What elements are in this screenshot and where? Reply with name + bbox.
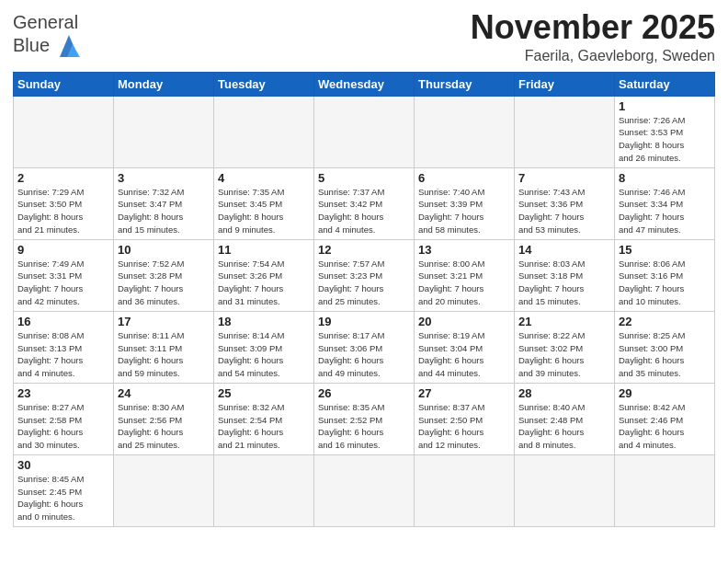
calendar-cell: 14Sunrise: 8:03 AM Sunset: 3:18 PM Dayli…	[515, 239, 615, 311]
day-info: Sunrise: 8:40 AM Sunset: 2:48 PM Dayligh…	[518, 401, 610, 452]
day-info: Sunrise: 8:19 AM Sunset: 3:04 PM Dayligh…	[418, 329, 510, 380]
calendar-cell: 3Sunrise: 7:32 AM Sunset: 3:47 PM Daylig…	[114, 167, 214, 239]
calendar-cell	[515, 96, 615, 167]
day-number: 14	[518, 243, 610, 257]
day-number: 4	[218, 171, 310, 185]
day-number: 13	[418, 243, 510, 257]
calendar-cell: 24Sunrise: 8:30 AM Sunset: 2:56 PM Dayli…	[114, 383, 214, 454]
day-info: Sunrise: 8:42 AM Sunset: 2:46 PM Dayligh…	[619, 401, 711, 452]
calendar-cell: 21Sunrise: 8:22 AM Sunset: 3:02 PM Dayli…	[515, 311, 615, 383]
calendar-cell	[114, 96, 214, 167]
calendar-cell: 12Sunrise: 7:57 AM Sunset: 3:23 PM Dayli…	[314, 239, 415, 311]
calendar-cell: 28Sunrise: 8:40 AM Sunset: 2:48 PM Dayli…	[515, 383, 615, 454]
calendar-cell: 9Sunrise: 7:49 AM Sunset: 3:31 PM Daylig…	[14, 239, 114, 311]
calendar-cell: 22Sunrise: 8:25 AM Sunset: 3:00 PM Dayli…	[615, 311, 715, 383]
calendar-cell: 16Sunrise: 8:08 AM Sunset: 3:13 PM Dayli…	[14, 311, 114, 383]
calendar-cell	[314, 454, 415, 526]
weekday-header-thursday: Thursday	[415, 72, 515, 96]
day-number: 10	[118, 243, 210, 257]
day-info: Sunrise: 7:52 AM Sunset: 3:28 PM Dayligh…	[118, 258, 210, 308]
day-number: 30	[17, 458, 109, 472]
title-area: November 2025 Faerila, Gaevleborg, Swede…	[471, 9, 715, 64]
day-info: Sunrise: 8:06 AM Sunset: 3:16 PM Dayligh…	[619, 258, 711, 308]
weekday-header-monday: Monday	[114, 72, 214, 96]
calendar-cell: 8Sunrise: 7:46 AM Sunset: 3:34 PM Daylig…	[615, 167, 715, 239]
calendar-cell: 2Sunrise: 7:29 AM Sunset: 3:50 PM Daylig…	[14, 167, 114, 239]
calendar-cell: 13Sunrise: 8:00 AM Sunset: 3:21 PM Dayli…	[415, 239, 515, 311]
day-info: Sunrise: 7:49 AM Sunset: 3:31 PM Dayligh…	[17, 258, 109, 308]
day-info: Sunrise: 8:03 AM Sunset: 3:18 PM Dayligh…	[518, 258, 610, 308]
calendar-week-row: 23Sunrise: 8:27 AM Sunset: 2:58 PM Dayli…	[14, 383, 715, 454]
calendar-week-row: 16Sunrise: 8:08 AM Sunset: 3:13 PM Dayli…	[14, 311, 715, 383]
calendar-cell	[214, 454, 314, 526]
day-info: Sunrise: 8:11 AM Sunset: 3:11 PM Dayligh…	[118, 329, 210, 380]
weekday-header-tuesday: Tuesday	[214, 72, 314, 96]
calendar-cell: 7Sunrise: 7:43 AM Sunset: 3:36 PM Daylig…	[515, 167, 615, 239]
day-number: 23	[17, 386, 109, 400]
day-number: 8	[619, 171, 711, 185]
day-info: Sunrise: 7:46 AM Sunset: 3:34 PM Dayligh…	[619, 186, 711, 236]
calendar-cell: 19Sunrise: 8:17 AM Sunset: 3:06 PM Dayli…	[314, 311, 415, 383]
calendar-cell	[415, 454, 515, 526]
calendar-cell: 4Sunrise: 7:35 AM Sunset: 3:45 PM Daylig…	[214, 167, 314, 239]
day-number: 15	[619, 243, 711, 257]
day-info: Sunrise: 8:27 AM Sunset: 2:58 PM Dayligh…	[17, 401, 109, 452]
day-info: Sunrise: 7:40 AM Sunset: 3:39 PM Dayligh…	[418, 186, 510, 236]
day-info: Sunrise: 8:22 AM Sunset: 3:02 PM Dayligh…	[518, 329, 610, 380]
calendar-cell: 25Sunrise: 8:32 AM Sunset: 2:54 PM Dayli…	[214, 383, 314, 454]
day-number: 18	[218, 315, 310, 328]
calendar-cell: 5Sunrise: 7:37 AM Sunset: 3:42 PM Daylig…	[314, 167, 415, 239]
calendar-cell	[14, 96, 114, 167]
day-number: 3	[118, 171, 210, 185]
weekday-header-saturday: Saturday	[615, 72, 715, 96]
page: General Blue November 2025 Faerila, Gaev…	[0, 0, 728, 540]
day-info: Sunrise: 7:29 AM Sunset: 3:50 PM Dayligh…	[17, 186, 109, 236]
calendar-cell: 15Sunrise: 8:06 AM Sunset: 3:16 PM Dayli…	[615, 239, 715, 311]
day-info: Sunrise: 7:35 AM Sunset: 3:45 PM Dayligh…	[218, 186, 310, 236]
calendar-cell	[314, 96, 415, 167]
calendar-cell: 1Sunrise: 7:26 AM Sunset: 3:53 PM Daylig…	[615, 96, 715, 167]
day-info: Sunrise: 7:32 AM Sunset: 3:47 PM Dayligh…	[118, 186, 210, 236]
calendar-table: SundayMondayTuesdayWednesdayThursdayFrid…	[13, 72, 715, 527]
day-number: 29	[619, 386, 711, 400]
day-info: Sunrise: 8:08 AM Sunset: 3:13 PM Dayligh…	[17, 329, 109, 380]
day-number: 20	[418, 315, 510, 328]
day-number: 6	[418, 171, 510, 185]
calendar-cell: 30Sunrise: 8:45 AM Sunset: 2:45 PM Dayli…	[14, 454, 114, 526]
day-number: 25	[218, 386, 310, 400]
day-info: Sunrise: 7:57 AM Sunset: 3:23 PM Dayligh…	[318, 258, 410, 308]
day-number: 16	[17, 315, 109, 328]
day-number: 22	[619, 315, 711, 328]
day-info: Sunrise: 7:37 AM Sunset: 3:42 PM Dayligh…	[318, 186, 410, 236]
day-number: 28	[518, 386, 610, 400]
day-number: 27	[418, 386, 510, 400]
calendar-cell: 11Sunrise: 7:54 AM Sunset: 3:26 PM Dayli…	[214, 239, 314, 311]
header-area: General Blue November 2025 Faerila, Gaev…	[13, 9, 715, 64]
calendar-cell: 20Sunrise: 8:19 AM Sunset: 3:04 PM Dayli…	[415, 311, 515, 383]
day-info: Sunrise: 8:00 AM Sunset: 3:21 PM Dayligh…	[418, 258, 510, 308]
calendar-cell: 26Sunrise: 8:35 AM Sunset: 2:52 PM Dayli…	[314, 383, 415, 454]
calendar-cell: 10Sunrise: 7:52 AM Sunset: 3:28 PM Dayli…	[114, 239, 214, 311]
day-number: 11	[218, 243, 310, 257]
weekday-header-wednesday: Wednesday	[314, 72, 415, 96]
calendar-cell	[114, 454, 214, 526]
calendar-week-row: 2Sunrise: 7:29 AM Sunset: 3:50 PM Daylig…	[14, 167, 715, 239]
calendar-cell	[214, 96, 314, 167]
day-number: 26	[318, 386, 410, 400]
day-info: Sunrise: 8:35 AM Sunset: 2:52 PM Dayligh…	[318, 401, 410, 452]
day-info: Sunrise: 7:54 AM Sunset: 3:26 PM Dayligh…	[218, 258, 310, 308]
day-number: 9	[17, 243, 109, 257]
day-info: Sunrise: 8:17 AM Sunset: 3:06 PM Dayligh…	[318, 329, 410, 380]
day-info: Sunrise: 8:45 AM Sunset: 2:45 PM Dayligh…	[17, 473, 109, 523]
month-title: November 2025	[471, 9, 715, 46]
day-number: 21	[518, 315, 610, 328]
day-number: 17	[118, 315, 210, 328]
day-info: Sunrise: 8:30 AM Sunset: 2:56 PM Dayligh…	[118, 401, 210, 452]
day-number: 2	[17, 171, 109, 185]
calendar-cell	[415, 96, 515, 167]
day-number: 12	[318, 243, 410, 257]
day-info: Sunrise: 8:37 AM Sunset: 2:50 PM Dayligh…	[418, 401, 510, 452]
weekday-header-row: SundayMondayTuesdayWednesdayThursdayFrid…	[14, 72, 715, 96]
calendar-cell: 17Sunrise: 8:11 AM Sunset: 3:11 PM Dayli…	[114, 311, 214, 383]
day-info: Sunrise: 8:14 AM Sunset: 3:09 PM Dayligh…	[218, 329, 310, 380]
